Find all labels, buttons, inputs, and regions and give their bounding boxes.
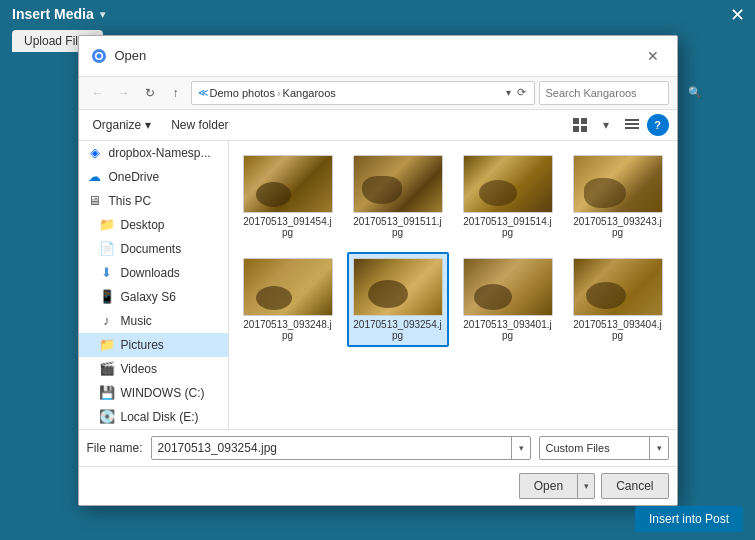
breadcrumb: ≪ Demo photos › Kangaroos	[198, 87, 502, 99]
sidebar-item-videos[interactable]: 🎬 Videos	[79, 357, 228, 381]
sidebar: ◈ dropbox-Namesp... ☁ OneDrive 🖥 This PC	[79, 141, 229, 429]
sidebar-label-documents: Documents	[121, 242, 182, 256]
app-window: Insert Media ▼ ✕ Upload Files Open ✕	[0, 0, 755, 540]
file-item-2[interactable]: 20170513_091511.jpg	[347, 149, 449, 244]
file-item-6[interactable]: 20170513_093254.jpg	[347, 252, 449, 347]
sidebar-item-dropbox[interactable]: ◈ dropbox-Namesp...	[79, 141, 228, 165]
breadcrumb-kangaroos[interactable]: Kangaroos	[283, 87, 336, 99]
filename-input-wrapper: ▾	[151, 436, 531, 460]
music-icon: ♪	[99, 313, 115, 329]
sidebar-label-onedrive: OneDrive	[109, 170, 160, 184]
documents-icon: 📄	[99, 241, 115, 257]
svg-rect-3	[573, 118, 579, 124]
file-thumbnail-1	[243, 155, 333, 213]
file-name-5: 20170513_093248.jpg	[243, 319, 333, 341]
action-bar: Open ▾ Cancel	[79, 466, 677, 505]
svg-rect-4	[581, 118, 587, 124]
sidebar-item-onedrive[interactable]: ☁ OneDrive	[79, 165, 228, 189]
filetype-select[interactable]: Custom Files	[539, 436, 669, 460]
folder-icon: 📁	[99, 217, 115, 233]
file-name-3: 20170513_091514.jpg	[463, 216, 553, 238]
sidebar-label-pictures: Pictures	[121, 338, 164, 352]
dialog-overlay: Open ✕ ← → ↻ ↑ ≪ Demo photos › Kangaroos…	[0, 0, 755, 540]
view-controls: ▾ ?	[569, 114, 669, 136]
filename-dropdown-button[interactable]: ▾	[511, 436, 531, 460]
view-grid-button[interactable]	[569, 114, 591, 136]
address-dropdown-arrow[interactable]: ▾	[506, 87, 511, 98]
search-input[interactable]	[546, 87, 684, 99]
chrome-icon	[91, 48, 107, 64]
filename-bar: File name: ▾ Custom Files ▾	[79, 429, 677, 466]
sidebar-label-videos: Videos	[121, 362, 157, 376]
toolbar: Organize ▾ New folder ▾	[79, 110, 677, 141]
file-name-6: 20170513_093254.jpg	[353, 319, 443, 341]
dialog-titlebar: Open ✕	[79, 36, 677, 77]
svg-rect-7	[625, 119, 639, 121]
file-thumbnail-3	[463, 155, 553, 213]
sidebar-label-downloads: Downloads	[121, 266, 180, 280]
sidebar-item-local-disk-e[interactable]: 💽 Local Disk (E:)	[79, 405, 228, 429]
file-item-1[interactable]: 20170513_091454.jpg	[237, 149, 339, 244]
sidebar-item-windows-c[interactable]: 💾 WINDOWS (C:)	[79, 381, 228, 405]
file-thumbnail-8	[573, 258, 663, 316]
nav-recent-button[interactable]: ↻	[139, 82, 161, 104]
help-button[interactable]: ?	[647, 114, 669, 136]
open-dropdown-button[interactable]: ▾	[577, 473, 595, 499]
svg-rect-9	[625, 127, 639, 129]
file-name-7: 20170513_093401.jpg	[463, 319, 553, 341]
filetype-select-wrapper: Custom Files ▾	[539, 436, 669, 460]
breadcrumb-demo-photos[interactable]: Demo photos	[210, 87, 275, 99]
sidebar-item-this-pc[interactable]: 🖥 This PC	[79, 189, 228, 213]
file-item-8[interactable]: 20170513_093404.jpg	[567, 252, 669, 347]
sidebar-item-documents[interactable]: 📄 Documents	[79, 237, 228, 261]
dialog-close-button[interactable]: ✕	[641, 44, 665, 68]
file-item-7[interactable]: 20170513_093401.jpg	[457, 252, 559, 347]
svg-rect-8	[625, 123, 639, 125]
sidebar-label-desktop: Desktop	[121, 218, 165, 232]
svg-rect-6	[581, 126, 587, 132]
file-thumbnail-6	[353, 258, 443, 316]
sidebar-item-music[interactable]: ♪ Music	[79, 309, 228, 333]
file-name-4: 20170513_093243.jpg	[573, 216, 663, 238]
search-box[interactable]: 🔍	[539, 81, 669, 105]
nav-up-button[interactable]: ↑	[165, 82, 187, 104]
sidebar-item-downloads[interactable]: ⬇ Downloads	[79, 261, 228, 285]
file-item-5[interactable]: 20170513_093248.jpg	[237, 252, 339, 347]
view-dropdown-button[interactable]: ▾	[595, 114, 617, 136]
file-grid: 20170513_091454.jpg 20170513_091511.jpg …	[229, 141, 677, 429]
sidebar-label-dropbox: dropbox-Namesp...	[109, 146, 211, 160]
phone-icon: 📱	[99, 289, 115, 305]
dialog-title: Open	[115, 48, 633, 63]
sidebar-label-music: Music	[121, 314, 152, 328]
view-details-button[interactable]	[621, 114, 643, 136]
sidebar-item-desktop[interactable]: 📁 Desktop	[79, 213, 228, 237]
filename-input[interactable]	[151, 436, 531, 460]
sidebar-item-galaxy-s6[interactable]: 📱 Galaxy S6	[79, 285, 228, 309]
drive-c-icon: 💾	[99, 385, 115, 401]
address-refresh-button[interactable]: ⟳	[515, 84, 528, 101]
insert-into-post-button[interactable]: Insert into Post	[635, 506, 743, 532]
navigation-bar: ← → ↻ ↑ ≪ Demo photos › Kangaroos ▾ ⟳	[79, 77, 677, 110]
video-icon: 🎬	[99, 361, 115, 377]
computer-icon: 🖥	[87, 193, 103, 209]
open-dialog: Open ✕ ← → ↻ ↑ ≪ Demo photos › Kangaroos…	[78, 35, 678, 506]
file-thumbnail-5	[243, 258, 333, 316]
svg-rect-5	[573, 126, 579, 132]
file-item-4[interactable]: 20170513_093243.jpg	[567, 149, 669, 244]
sidebar-label-local-disk-e: Local Disk (E:)	[121, 410, 199, 424]
new-folder-button[interactable]: New folder	[165, 116, 234, 134]
search-icon: 🔍	[688, 86, 702, 99]
address-bar[interactable]: ≪ Demo photos › Kangaroos ▾ ⟳	[191, 81, 535, 105]
file-name-1: 20170513_091454.jpg	[243, 216, 333, 238]
nav-back-button[interactable]: ←	[87, 82, 109, 104]
file-item-3[interactable]: 20170513_091514.jpg	[457, 149, 559, 244]
sidebar-item-pictures[interactable]: 📁 Pictures	[79, 333, 228, 357]
sidebar-label-windows-c: WINDOWS (C:)	[121, 386, 205, 400]
sidebar-label-this-pc: This PC	[109, 194, 152, 208]
cancel-button[interactable]: Cancel	[601, 473, 668, 499]
drive-e-icon: 💽	[99, 409, 115, 425]
open-button[interactable]: Open	[519, 473, 577, 499]
main-content: ◈ dropbox-Namesp... ☁ OneDrive 🖥 This PC	[79, 141, 677, 429]
nav-forward-button[interactable]: →	[113, 82, 135, 104]
organize-button[interactable]: Organize ▾	[87, 116, 158, 134]
